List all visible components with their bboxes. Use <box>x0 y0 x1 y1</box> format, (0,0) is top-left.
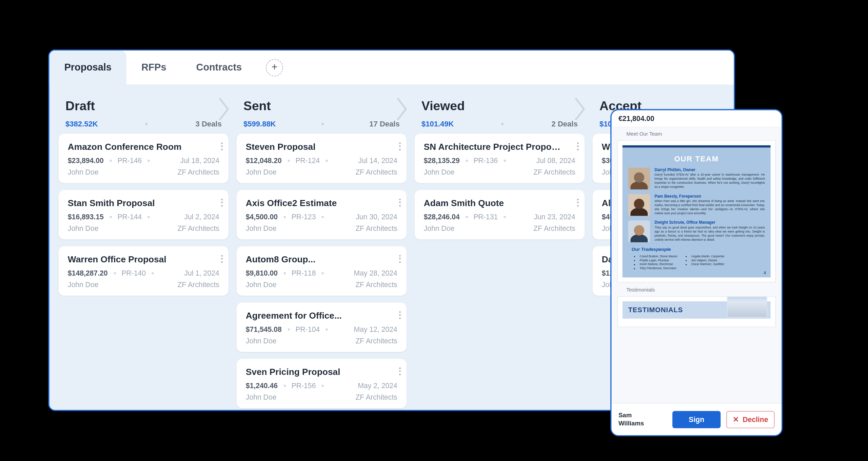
card-code: PR-136 <box>473 157 498 165</box>
dot-separator <box>466 216 468 218</box>
card-date: Jul 2, 2024 <box>184 213 219 221</box>
member-description: Darryl founded XTEN-AV after a 10-year c… <box>655 173 765 189</box>
document-page-team: OUR TEAM Darryl Philbin, OwnerDarryl fou… <box>617 140 776 282</box>
team-member: Dwight Schrute, Office ManagerThey say n… <box>628 220 765 242</box>
column-sent: Sent$599.88K17 DealsSteven Proposal$12,0… <box>237 99 407 410</box>
chevron-right-icon <box>217 97 232 122</box>
card-org: ZF Architects <box>177 281 219 289</box>
proposal-card[interactable]: Axis Office2 Estimate$4,500.00PR-123Jun … <box>237 190 407 240</box>
card-owner: John Doe <box>246 337 277 345</box>
dot-separator <box>321 216 324 218</box>
card-date: May 2, 2024 <box>358 382 397 390</box>
card-menu-button[interactable] <box>577 197 579 208</box>
proposal-card[interactable]: Adam Smith Quote$28,246.04PR-131Jun 23, … <box>415 190 585 240</box>
add-tab-button[interactable]: + <box>266 59 283 76</box>
card-org: ZF Architects <box>355 168 397 176</box>
card-owner: John Doe <box>424 168 455 176</box>
card-menu-button[interactable] <box>221 141 223 152</box>
card-date: May 12, 2024 <box>354 325 397 334</box>
dot-separator <box>466 160 468 162</box>
column-title: Draft <box>65 99 222 114</box>
card-menu-button[interactable] <box>221 197 223 208</box>
card-org: ZF Architects <box>355 393 397 401</box>
dot-separator <box>283 385 286 387</box>
column-total: $599.88K <box>243 119 276 128</box>
card-title: Steven Proposal <box>246 142 397 152</box>
card-owner: John Doe <box>68 224 99 233</box>
card-menu-button[interactable] <box>399 197 401 208</box>
card-amount: $12,048.20 <box>246 157 282 165</box>
testimonials-hero-image <box>727 296 767 318</box>
card-amount: $28,135.29 <box>424 157 460 165</box>
dot-separator <box>283 216 286 218</box>
card-menu-button[interactable] <box>399 253 401 264</box>
card-menu-button[interactable] <box>221 253 223 264</box>
tab-proposals[interactable]: Proposals <box>50 50 126 85</box>
dot-separator <box>321 272 324 275</box>
dot-separator <box>283 272 286 275</box>
member-name: Dwight Schrute, Office Manager <box>655 220 765 224</box>
document-action-bar: SamWilliams Sign ✕Decline <box>612 403 782 435</box>
dot-separator <box>504 216 506 218</box>
dot-separator <box>110 216 112 218</box>
proposal-card[interactable]: Autom8 Group...$9,810.00PR-118May 28, 20… <box>237 246 407 296</box>
testimonials-title: TESTIMONIALS <box>628 306 683 314</box>
card-menu-button[interactable] <box>399 141 401 152</box>
card-menu-button[interactable] <box>399 309 401 320</box>
card-org: ZF Architects <box>533 224 575 233</box>
dot-separator <box>321 123 324 125</box>
card-amount: $4,500.00 <box>246 213 278 221</box>
card-date: Jun 30, 2024 <box>356 213 397 221</box>
close-icon: ✕ <box>733 415 739 423</box>
proposal-card[interactable]: Amazon Conference Room$23,894.00PR-146Ju… <box>59 134 229 183</box>
sign-button[interactable]: Sign <box>672 411 721 428</box>
tradesperson-item: Phyllis Lapin, Plumber <box>640 258 677 262</box>
tradespeople-heading: Our Tradespeople <box>632 247 765 252</box>
proposal-card[interactable]: Agreement for Office...$71,545.08PR-104M… <box>237 302 407 352</box>
proposal-card[interactable]: Stan Smith Proposal$16,893.15PR-144Jul 2… <box>59 190 229 240</box>
page-number: 4 <box>764 271 766 275</box>
dot-separator <box>113 272 116 275</box>
proposal-card[interactable]: Warren Office Proposal$148,287.20PR-140J… <box>59 246 229 296</box>
card-code: PR-140 <box>121 269 146 277</box>
page-title-our-team: OUR TEAM <box>628 155 765 163</box>
card-code: PR-131 <box>473 213 498 221</box>
tradesperson-item: Oscar Martinez, Gasfitter <box>691 262 725 266</box>
tab-contracts[interactable]: Contracts <box>181 50 257 85</box>
card-date: Jul 18, 2024 <box>180 157 219 165</box>
card-menu-button[interactable] <box>399 366 401 377</box>
card-title: Amazon Conference Room <box>68 142 219 152</box>
avatar <box>628 220 650 242</box>
dot-separator <box>326 160 328 162</box>
card-amount: $1,240.46 <box>246 382 278 390</box>
card-date: Jul 14, 2024 <box>358 157 397 165</box>
card-owner: John Doe <box>246 224 277 233</box>
card-code: PR-144 <box>117 213 142 221</box>
document-body[interactable]: Meet Our Team OUR TEAM Darryl Philbin, O… <box>612 127 782 403</box>
decline-button[interactable]: ✕Decline <box>726 411 774 428</box>
proposal-card[interactable]: Sven Pricing Proposal$1,240.46PR-156May … <box>237 359 407 408</box>
card-org: ZF Architects <box>177 168 219 176</box>
card-amount: $9,810.00 <box>246 269 278 277</box>
proposal-card[interactable]: Steven Proposal$12,048.20PR-124Jul 14, 2… <box>237 134 407 183</box>
card-date: Jun 23, 2024 <box>534 213 575 221</box>
dot-separator <box>145 123 148 125</box>
card-code: PR-123 <box>292 213 316 221</box>
card-owner: John Doe <box>246 393 277 401</box>
column-viewed: Viewed$101.49K2 DealsSN Architecture Pro… <box>415 99 585 410</box>
card-menu-button[interactable] <box>577 141 579 152</box>
card-title: Stan Smith Proposal <box>68 198 219 208</box>
dot-separator <box>152 272 154 275</box>
section-label-testimonials: Testimonials <box>616 286 777 293</box>
card-title: SN Architecture Project Proposal <box>424 142 575 152</box>
tradesperson-item: Creed Bratton, Stone Mason <box>640 254 677 258</box>
card-title: Autom8 Group... <box>246 254 397 264</box>
column-title: Sent <box>243 99 400 114</box>
proposal-card[interactable]: SN Architecture Project Proposal$28,135.… <box>415 134 585 183</box>
card-date: Jul 1, 2024 <box>184 269 219 277</box>
card-title: Sven Pricing Proposal <box>246 367 397 377</box>
card-owner: John Doe <box>246 168 277 176</box>
chevron-right-icon <box>573 97 588 122</box>
card-code: PR-146 <box>117 157 142 165</box>
tab-rfps[interactable]: RFPs <box>126 50 181 85</box>
